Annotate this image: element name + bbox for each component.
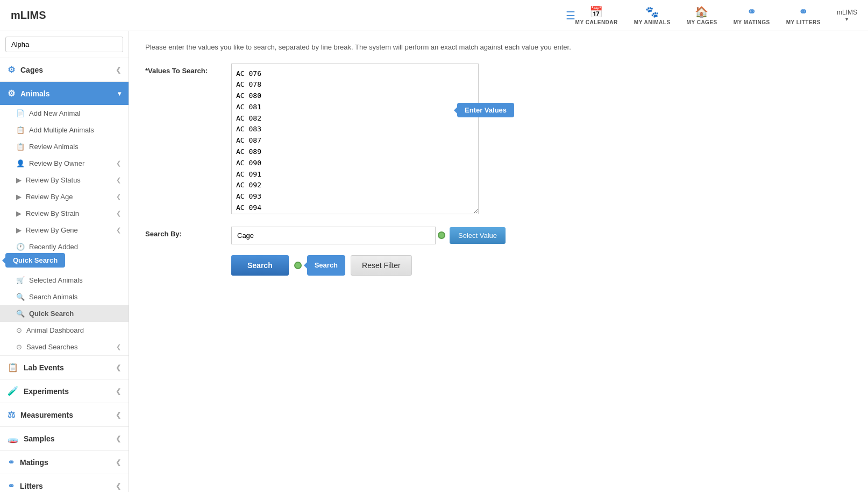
sidebar-item-review-by-status[interactable]: ▶ Review By Status ❮: [0, 172, 129, 188]
values-textarea[interactable]: AC 076 AC 078 AC 080 AC 081 AC 082 AC 08…: [231, 64, 479, 214]
cages-icon: 🏠: [695, 5, 709, 18]
search-animals-icon: 🔍: [16, 293, 25, 301]
reset-button[interactable]: Reset Filter: [351, 255, 412, 276]
animal-dashboard-label: Animal Dashboard: [26, 326, 84, 334]
sidebar-item-animal-dashboard[interactable]: ⊙ Animal Dashboard: [0, 322, 129, 339]
sidebar-item-cages[interactable]: ⚙ Cages ❮: [0, 58, 129, 81]
sidebar-search-box: [0, 31, 129, 58]
sidebar-item-add-new-animal[interactable]: 📄 Add New Animal: [0, 105, 129, 122]
my-cages-label: MY CAGES: [687, 19, 717, 25]
sidebar-section-matings: ⚭ Matings ❮: [0, 451, 129, 474]
selected-animals-icon: 🛒: [16, 276, 25, 284]
main-layout: ⚙ Cages ❮ ⚙ Animals ▾ 📄 Add New Animal 📋…: [0, 31, 868, 492]
sidebar-item-matings[interactable]: ⚭ Matings ❮: [0, 451, 129, 474]
content-area: Please enter the values you like to sear…: [129, 31, 868, 492]
review-by-strain-chevron: ❮: [116, 210, 121, 217]
sidebar-search-input[interactable]: [5, 37, 123, 52]
litters-sidebar-icon: ⚭: [8, 481, 15, 491]
my-animals-nav[interactable]: 🐾 MY ANIMALS: [634, 5, 671, 25]
measurements-label: Measurements: [20, 411, 73, 419]
review-by-status-icon: ▶: [16, 176, 22, 184]
sidebar-item-review-by-strain[interactable]: ▶ Review By Strain ❮: [0, 205, 129, 222]
calendar-icon: 📅: [589, 5, 603, 18]
select-value-button[interactable]: Select Value: [450, 227, 506, 244]
samples-icon: 🧫: [8, 433, 18, 444]
quick-search-label: Quick Search: [29, 310, 74, 318]
saved-searches-label: Saved Searches: [26, 343, 77, 351]
review-by-gene-icon: ▶: [16, 226, 22, 234]
sidebar-item-measurements[interactable]: ⚖ Measurements ❮: [0, 403, 129, 426]
values-to-search-row: *Values To Search: AC 076 AC 078 AC 080 …: [145, 64, 852, 216]
cages-section-label: Cages: [20, 66, 43, 74]
info-text: Please enter the values you like to sear…: [145, 42, 852, 53]
lab-events-chevron: ❮: [116, 364, 121, 371]
add-new-animal-icon: 📄: [16, 109, 25, 117]
sidebar-item-lab-events[interactable]: 📋 Lab Events ❮: [0, 356, 129, 379]
sidebar-item-saved-searches[interactable]: ⊙ Saved Searches ❮: [0, 339, 129, 355]
add-multiple-animals-icon: 📋: [16, 126, 25, 134]
sidebar-item-recently-modified[interactable]: 🕐 Re... Quick Search: [0, 255, 129, 272]
sidebar-item-review-by-owner[interactable]: 👤 Review By Owner ❮: [0, 155, 129, 172]
values-control-area: AC 076 AC 078 AC 080 AC 081 AC 082 AC 08…: [231, 64, 852, 216]
sidebar-section-cages: ⚙ Cages ❮: [0, 58, 129, 82]
sidebar-item-samples[interactable]: 🧫 Samples ❮: [0, 427, 129, 450]
search-by-row: Search By: Select Value: [145, 227, 852, 244]
sidebar-section-animals: ⚙ Animals ▾ 📄 Add New Animal 📋 Add Multi…: [0, 82, 129, 356]
sidebar-section-measurements: ⚖ Measurements ❮: [0, 403, 129, 427]
my-cages-nav[interactable]: 🏠 MY CAGES: [687, 5, 717, 25]
nav-icons: 📅 MY CALENDAR 🐾 MY ANIMALS 🏠 MY CAGES ⚭ …: [575, 5, 857, 25]
litters-label: Litters: [20, 482, 43, 490]
top-header: mLIMS ☰ 📅 MY CALENDAR 🐾 MY ANIMALS 🏠 MY …: [0, 0, 868, 31]
action-buttons: Search Search Reset Filter: [231, 255, 852, 276]
my-matings-label: MY MATINGS: [734, 19, 770, 25]
hamburger-icon[interactable]: ☰: [566, 9, 575, 22]
quick-search-icon: 🔍: [16, 310, 25, 318]
search-button[interactable]: Search: [231, 255, 289, 276]
animals-chevron: ▾: [118, 90, 121, 97]
enter-values-tooltip-container: Enter Values: [457, 107, 465, 114]
recently-added-icon: 🕐: [16, 243, 25, 251]
cages-section-icon: ⚙: [8, 65, 15, 75]
measurements-chevron: ❮: [116, 411, 121, 419]
sidebar-section-samples: 🧫 Samples ❮: [0, 427, 129, 451]
review-animals-icon: 📋: [16, 143, 25, 151]
search-animals-label: Search Animals: [29, 293, 77, 301]
sidebar-item-experiments[interactable]: 🧪 Experiments ❮: [0, 379, 129, 403]
user-menu[interactable]: mLIMS ▾: [837, 9, 857, 22]
samples-label: Samples: [24, 434, 55, 443]
animals-section-label: Animals: [20, 89, 49, 98]
review-by-owner-chevron: ❮: [116, 160, 121, 167]
review-by-age-label: Review By Age: [26, 193, 73, 201]
review-by-strain-icon: ▶: [16, 209, 22, 217]
experiments-icon: 🧪: [8, 386, 18, 396]
textarea-wrapper: AC 076 AC 078 AC 080 AC 081 AC 082 AC 08…: [231, 64, 479, 216]
values-label: *Values To Search:: [145, 64, 231, 75]
lab-events-label: Lab Events: [24, 363, 64, 372]
sidebar-item-review-animals[interactable]: 📋 Review Animals: [0, 138, 129, 155]
enter-values-tooltip: Enter Values: [457, 103, 514, 117]
my-calendar-nav[interactable]: 📅 MY CALENDAR: [575, 5, 618, 25]
review-animals-label: Review Animals: [29, 143, 79, 151]
search-by-input[interactable]: [231, 227, 436, 244]
sidebar-item-review-by-gene[interactable]: ▶ Review By Gene ❮: [0, 222, 129, 238]
sidebar-item-selected-animals[interactable]: 🛒 Selected Animals: [0, 272, 129, 289]
my-matings-nav[interactable]: ⚭ MY MATINGS: [734, 5, 770, 25]
review-by-age-icon: ▶: [16, 193, 22, 201]
sidebar-item-review-by-age[interactable]: ▶ Review By Age ❮: [0, 188, 129, 205]
sidebar-item-quick-search[interactable]: 🔍 Quick Search: [0, 305, 129, 322]
animals-section-icon: ⚙: [8, 88, 15, 99]
matings-sidebar-icon: ⚭: [8, 457, 15, 467]
my-litters-nav[interactable]: ⚭ MY LITTERS: [786, 5, 821, 25]
sidebar-item-add-multiple-animals[interactable]: 📋 Add Multiple Animals: [0, 122, 129, 138]
add-multiple-animals-label: Add Multiple Animals: [29, 126, 94, 134]
sidebar-item-search-animals[interactable]: 🔍 Search Animals: [0, 289, 129, 305]
my-calendar-label: MY CALENDAR: [575, 19, 618, 25]
user-dropdown-arrow: ▾: [845, 16, 848, 22]
litters-chevron: ❮: [116, 482, 121, 490]
review-by-gene-chevron: ❮: [116, 227, 121, 234]
review-by-owner-icon: 👤: [16, 159, 25, 167]
experiments-label: Experiments: [24, 387, 69, 396]
my-animals-label: MY ANIMALS: [634, 19, 671, 25]
sidebar-item-animals[interactable]: ⚙ Animals ▾: [0, 82, 129, 105]
sidebar-item-litters[interactable]: ⚭ Litters ❮: [0, 474, 129, 492]
